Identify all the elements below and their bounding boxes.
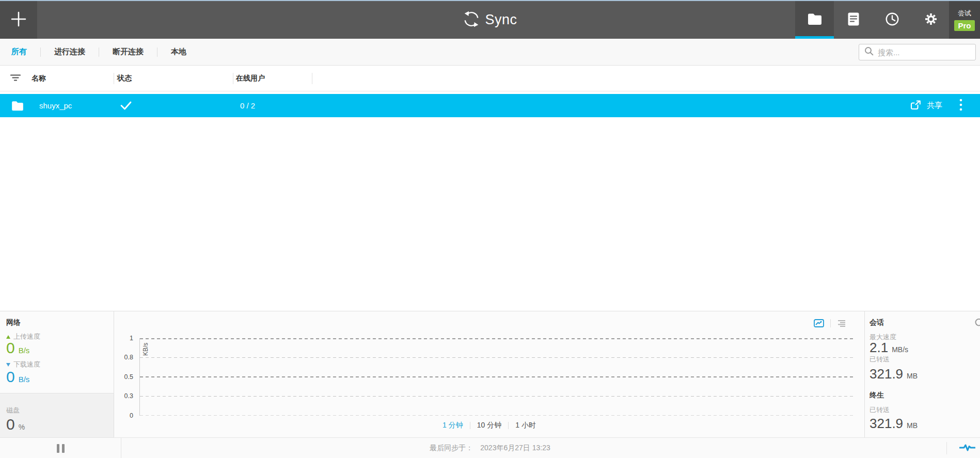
share-button[interactable]: 共享 <box>910 94 942 117</box>
y-axis-tick: 0 <box>118 411 133 420</box>
network-panel: 网络 上传速度 0 B/s 下载速度 0 B/s 磁盘 0 % <box>0 311 114 438</box>
range-1-hour[interactable]: 1 小时 <box>515 421 536 430</box>
lifetime-transferred-value: 321.9 MB <box>870 417 918 430</box>
session-transferred-label: 已转送 <box>870 355 890 364</box>
range-10-minutes[interactable]: 10 分钟 <box>477 421 501 430</box>
row-menu-button[interactable] <box>959 94 962 117</box>
kebab-menu-icon <box>959 99 962 113</box>
search-box <box>859 44 976 60</box>
session-title: 会话 <box>870 318 884 327</box>
column-header-status[interactable]: 状态 <box>117 66 132 91</box>
range-separator <box>508 422 509 429</box>
folder-icon <box>808 13 822 27</box>
search-icon <box>864 46 874 58</box>
trial-label: 尝试 <box>958 9 971 18</box>
app-title: Sync <box>485 12 517 28</box>
range-separator <box>470 422 470 429</box>
last-sync-status: 最后同步于： 2023年6月27日 13:23 <box>0 438 980 458</box>
lifetime-title: 终生 <box>870 391 884 400</box>
max-speed-value: 2.1 MB/s <box>870 341 908 354</box>
gridline-0 <box>140 415 855 416</box>
y-axis-tick: 0.8 <box>118 353 133 362</box>
y-axis-tick: 0.3 <box>118 391 133 401</box>
speed-chart-panel: 1 0.8 0.5 0.3 0 KB/s 1 分钟 10 分钟 1 小时 <box>114 311 864 438</box>
nav-tab-notifications[interactable] <box>834 1 873 39</box>
last-sync-label: 最后同步于： <box>430 444 473 453</box>
search-input[interactable] <box>878 48 966 57</box>
column-separator <box>312 73 312 84</box>
filter-button[interactable] <box>10 66 21 91</box>
check-icon <box>120 94 132 117</box>
view-separator <box>830 319 831 327</box>
gear-icon <box>924 12 938 28</box>
tab-separator <box>99 48 99 57</box>
activity-button[interactable] <box>959 438 975 458</box>
session-panel: 会话 最大速度 2.1 MB/s 已转送 321.9 MB 终生 已转送 321… <box>864 311 980 438</box>
nav-tab-preferences[interactable] <box>911 1 950 39</box>
gridline-0.5 <box>140 376 855 377</box>
plus-icon <box>10 11 27 29</box>
gridline-0.3 <box>140 396 855 397</box>
filter-icon <box>10 74 21 84</box>
last-sync-value: 2023年6月27日 13:23 <box>480 444 550 453</box>
up-triangle-icon <box>6 335 10 339</box>
network-title: 网络 <box>6 318 21 327</box>
tab-local[interactable]: 本地 <box>171 47 186 57</box>
lifetime-transferred-label: 已转送 <box>870 405 890 415</box>
speed-chart-plot <box>139 338 855 416</box>
tab-connecting[interactable]: 进行连接 <box>54 47 85 57</box>
header-nav <box>795 1 950 39</box>
disk-panel: 磁盘 0 % <box>0 393 114 438</box>
folder-name: shuyx_pc <box>39 94 72 117</box>
disk-label: 磁盘 <box>6 406 114 415</box>
tab-separator <box>157 48 157 57</box>
tab-disconnected[interactable]: 断开连接 <box>113 47 144 57</box>
table-row-shuyx-pc[interactable]: shuyx_pc 0 / 2 共享 <box>0 94 980 117</box>
column-separator <box>114 73 114 84</box>
folder-icon <box>11 94 24 117</box>
upload-speed-value: 0 B/s <box>6 340 29 356</box>
online-users-value: 0 / 2 <box>240 94 255 117</box>
header-bar: Sync <box>0 1 980 39</box>
share-button-label: 共享 <box>927 101 942 110</box>
status-bar: 最后同步于： 2023年6月27日 13:23 <box>0 437 980 458</box>
pro-badge: Pro <box>954 20 974 31</box>
column-header-name[interactable]: 名称 <box>31 66 46 91</box>
gridline-0.8 <box>140 357 855 358</box>
history-clock-icon <box>885 12 899 28</box>
sync-arrows-icon <box>463 10 480 30</box>
download-speed-value: 0 B/s <box>6 369 29 385</box>
session-transferred-value: 321.9 MB <box>870 367 918 381</box>
nav-tab-history[interactable] <box>873 1 911 39</box>
down-triangle-icon <box>6 363 10 367</box>
upgrade-pro-button[interactable]: 尝试 Pro <box>949 1 980 39</box>
tab-all[interactable]: 所有 <box>11 47 27 57</box>
list-icon[interactable] <box>837 320 846 327</box>
tab-separator <box>40 48 41 57</box>
refresh-icon[interactable] <box>974 319 980 329</box>
chart-view-switch <box>814 319 846 327</box>
y-axis-tick: 1 <box>118 334 133 343</box>
sync-app-window: Sync <box>0 0 980 458</box>
table-header: 名称 状态 在线用户 <box>0 66 980 91</box>
pulse-icon <box>959 443 975 454</box>
gridline-1 <box>140 338 855 339</box>
column-separator <box>233 73 233 84</box>
document-icon <box>847 12 860 28</box>
statistics-section: 网络 上传速度 0 B/s 下载速度 0 B/s 磁盘 0 % <box>0 311 980 437</box>
time-range-switch: 1 分钟 10 分钟 1 小时 <box>114 421 864 430</box>
y-axis-tick: 0.5 <box>118 372 133 382</box>
disk-value: 0 % <box>6 417 114 432</box>
column-header-online-users[interactable]: 在线用户 <box>236 66 265 91</box>
line-chart-icon[interactable] <box>814 319 824 327</box>
nav-tab-folders[interactable] <box>795 1 834 39</box>
add-folder-button[interactable] <box>0 1 37 39</box>
filter-tabs: 所有 进行连接 断开连接 本地 <box>11 47 186 57</box>
share-icon <box>910 100 921 112</box>
range-1-minute[interactable]: 1 分钟 <box>442 421 463 430</box>
filter-tab-bar: 所有 进行连接 断开连接 本地 <box>0 39 980 66</box>
footer-separator <box>946 442 947 454</box>
